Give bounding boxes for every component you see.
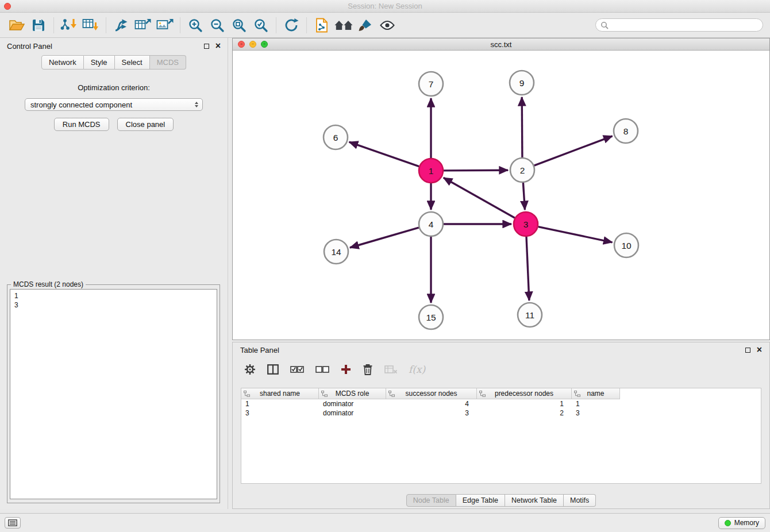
graph-edge-1-2[interactable] bbox=[444, 170, 508, 171]
column-header-successor-nodes[interactable]: successor nodes bbox=[386, 388, 477, 399]
zoom-selected-button[interactable] bbox=[250, 16, 272, 35]
add-row-button[interactable] bbox=[341, 364, 351, 375]
graph-node-3[interactable]: 3 bbox=[514, 212, 538, 236]
clone-network-view-button[interactable] bbox=[311, 16, 333, 35]
table-cell[interactable]: 4 bbox=[386, 400, 477, 408]
graph-edge-3-10[interactable] bbox=[538, 227, 613, 242]
column-header-shared-name[interactable]: shared name bbox=[241, 388, 319, 399]
zoom-fit-button[interactable] bbox=[228, 16, 250, 35]
memory-status-icon bbox=[725, 520, 731, 526]
save-session-button[interactable] bbox=[28, 16, 49, 35]
close-panel-icon[interactable]: × bbox=[757, 346, 762, 353]
table-cell[interactable]: 3 bbox=[386, 409, 477, 417]
float-panel-icon[interactable] bbox=[745, 348, 750, 353]
graph-node-6[interactable]: 6 bbox=[324, 125, 348, 149]
search-field[interactable] bbox=[595, 18, 763, 32]
table-row[interactable]: 3dominator323 bbox=[241, 408, 761, 418]
import-network-button[interactable] bbox=[58, 16, 80, 35]
table-cell[interactable]: 1 bbox=[477, 400, 572, 408]
export-table-icon bbox=[134, 18, 152, 33]
float-panel-icon[interactable] bbox=[204, 44, 209, 49]
column-header-name[interactable]: name bbox=[572, 388, 620, 399]
graph-edge-2-9[interactable] bbox=[522, 97, 522, 157]
table-cell[interactable]: 1 bbox=[241, 400, 319, 408]
graph-node-8[interactable]: 8 bbox=[614, 119, 638, 143]
graph-node-11[interactable]: 11 bbox=[518, 303, 542, 327]
table-cell[interactable]: dominator bbox=[319, 400, 386, 408]
column-header-predecessor-nodes[interactable]: predecessor nodes bbox=[477, 388, 572, 399]
close-panel-button[interactable]: Close panel bbox=[117, 118, 174, 131]
main-toolbar bbox=[0, 13, 770, 38]
network-canvas[interactable]: 7968124314101511 bbox=[233, 51, 769, 340]
column-header-label: successor nodes bbox=[405, 390, 457, 398]
graph-edge-3-11[interactable] bbox=[526, 237, 529, 300]
table-cell[interactable]: 2 bbox=[477, 409, 572, 417]
toolbar-separator bbox=[306, 17, 307, 33]
graph-edge-2-8[interactable] bbox=[534, 136, 613, 165]
export-image-button[interactable] bbox=[154, 16, 176, 35]
graph-node-10[interactable]: 10 bbox=[614, 233, 638, 257]
svg-text:9: 9 bbox=[519, 78, 525, 88]
tab-mcds[interactable]: MCDS bbox=[150, 55, 186, 70]
node-table: shared nameMCDS rolesuccessor nodesprede… bbox=[241, 388, 761, 484]
table-cell[interactable]: 3 bbox=[572, 409, 620, 417]
network-maximize-button[interactable]: + bbox=[261, 41, 268, 48]
plus-icon bbox=[341, 364, 351, 375]
network-window-title: scc.txt bbox=[233, 40, 769, 49]
delete-row-button[interactable] bbox=[363, 364, 373, 375]
tab-select[interactable]: Select bbox=[115, 55, 150, 70]
tab-network-table[interactable]: Network Table bbox=[505, 494, 564, 507]
table-panel-tabs: Node Table Edge Table Network Table Moti… bbox=[233, 494, 769, 507]
export-table-button[interactable] bbox=[132, 16, 154, 35]
zoom-in-button[interactable] bbox=[184, 16, 206, 35]
graph-node-1[interactable]: 1 bbox=[419, 159, 443, 183]
import-table-button[interactable] bbox=[80, 16, 102, 35]
close-panel-icon[interactable]: × bbox=[215, 43, 221, 49]
graph-node-4[interactable]: 4 bbox=[419, 212, 443, 236]
tab-node-table[interactable]: Node Table bbox=[406, 494, 456, 507]
table-cell[interactable]: 3 bbox=[241, 409, 319, 417]
home-view-button[interactable] bbox=[333, 16, 355, 35]
apply-style-button[interactable] bbox=[355, 16, 376, 35]
refresh-view-button[interactable] bbox=[280, 16, 302, 35]
show-columns-button[interactable] bbox=[267, 364, 279, 375]
graph-node-2[interactable]: 2 bbox=[510, 158, 534, 182]
criterion-dropdown[interactable]: strongly connected component bbox=[25, 98, 203, 111]
column-header-MCDS-role[interactable]: MCDS role bbox=[319, 388, 386, 399]
tab-network[interactable]: Network bbox=[41, 55, 84, 70]
show-graphics-details-button[interactable] bbox=[376, 16, 398, 35]
show-panels-button[interactable] bbox=[5, 517, 21, 529]
tab-motifs[interactable]: Motifs bbox=[564, 494, 596, 507]
table-cell[interactable]: dominator bbox=[319, 409, 386, 417]
table-cell[interactable]: 1 bbox=[572, 400, 620, 408]
graph-edge-3-1[interactable] bbox=[444, 178, 515, 218]
select-all-columns-button[interactable] bbox=[290, 365, 304, 373]
graph-node-9[interactable]: 9 bbox=[510, 71, 534, 95]
memory-label: Memory bbox=[734, 519, 759, 527]
network-minimize-button[interactable]: − bbox=[249, 41, 256, 48]
network-graph[interactable]: 7968124314101511 bbox=[233, 51, 769, 340]
network-close-button[interactable]: × bbox=[238, 41, 245, 48]
table-row[interactable]: 1dominator411 bbox=[241, 399, 761, 408]
graph-node-15[interactable]: 15 bbox=[419, 305, 443, 329]
run-mcds-button[interactable]: Run MCDS bbox=[54, 118, 109, 131]
search-input[interactable] bbox=[612, 21, 758, 29]
toolbar-separator bbox=[180, 17, 180, 33]
toolbar-separator bbox=[106, 17, 106, 33]
tab-style[interactable]: Style bbox=[84, 55, 115, 70]
svg-text:2: 2 bbox=[520, 165, 525, 175]
graph-edge-2-3[interactable] bbox=[523, 183, 525, 210]
memory-button[interactable]: Memory bbox=[718, 517, 765, 529]
tab-edge-table[interactable]: Edge Table bbox=[456, 494, 505, 507]
column-header-label: MCDS role bbox=[336, 390, 369, 398]
graph-node-14[interactable]: 14 bbox=[324, 240, 348, 264]
new-network-button[interactable] bbox=[110, 16, 132, 35]
graph-edge-1-6[interactable] bbox=[349, 142, 419, 167]
unselect-all-columns-button[interactable] bbox=[315, 365, 329, 373]
graph-edge-4-14[interactable] bbox=[350, 228, 419, 248]
open-file-button[interactable] bbox=[6, 16, 28, 35]
paint-brush-icon bbox=[358, 18, 373, 33]
graph-node-7[interactable]: 7 bbox=[419, 72, 443, 96]
table-settings-button[interactable] bbox=[244, 364, 256, 375]
zoom-out-button[interactable] bbox=[206, 16, 228, 35]
